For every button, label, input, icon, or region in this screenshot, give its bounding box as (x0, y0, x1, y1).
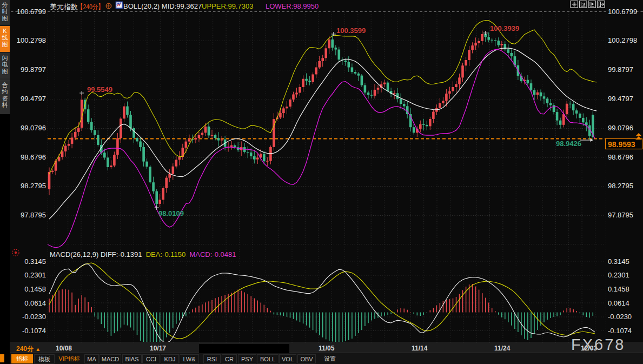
svg-text:100.6799: 100.6799 (608, 8, 637, 16)
svg-text:99.0796: 99.0796 (608, 124, 633, 132)
svg-text:98.2795: 98.2795 (21, 182, 46, 190)
svg-text:-0.1074: -0.1074 (608, 327, 632, 335)
svg-text:-0.1074: -0.1074 (22, 327, 46, 335)
svg-text:100.2798: 100.2798 (17, 36, 46, 44)
svg-text:97.8795: 97.8795 (21, 211, 46, 219)
svg-text:100.3939: 100.3939 (490, 24, 519, 32)
svg-text:99.8797: 99.8797 (608, 65, 633, 74)
svg-text:0.0614: 0.0614 (608, 299, 629, 307)
svg-text:99.5549: 99.5549 (87, 85, 112, 94)
svg-text:99.8797: 99.8797 (21, 65, 46, 74)
svg-text:-0.0230: -0.0230 (22, 313, 46, 321)
svg-text:99.4797: 99.4797 (21, 95, 46, 103)
svg-text:0.2301: 0.2301 (24, 271, 46, 279)
svg-text:0.2301: 0.2301 (608, 271, 629, 279)
svg-text:0.1458: 0.1458 (608, 285, 629, 293)
svg-text:100.2798: 100.2798 (608, 36, 637, 44)
svg-text:99.4797: 99.4797 (608, 95, 633, 103)
svg-text:0.0614: 0.0614 (24, 299, 46, 307)
svg-text:98.6796: 98.6796 (608, 153, 633, 161)
svg-text:0.3145: 0.3145 (608, 257, 629, 266)
svg-text:-0.0230: -0.0230 (608, 313, 632, 321)
svg-text:0.1458: 0.1458 (24, 285, 46, 293)
svg-text:98.0109: 98.0109 (158, 209, 184, 217)
svg-text:98.2795: 98.2795 (608, 182, 633, 190)
svg-text:100.6799: 100.6799 (17, 8, 46, 16)
svg-text:97.8795: 97.8795 (608, 211, 633, 219)
svg-text:0.3145: 0.3145 (24, 257, 46, 266)
svg-text:98.9426: 98.9426 (556, 140, 581, 148)
svg-text:98.9593: 98.9593 (608, 140, 635, 149)
svg-text:99.0796: 99.0796 (21, 124, 46, 132)
svg-text:98.6796: 98.6796 (21, 153, 46, 161)
svg-text:100.3599: 100.3599 (336, 27, 366, 35)
